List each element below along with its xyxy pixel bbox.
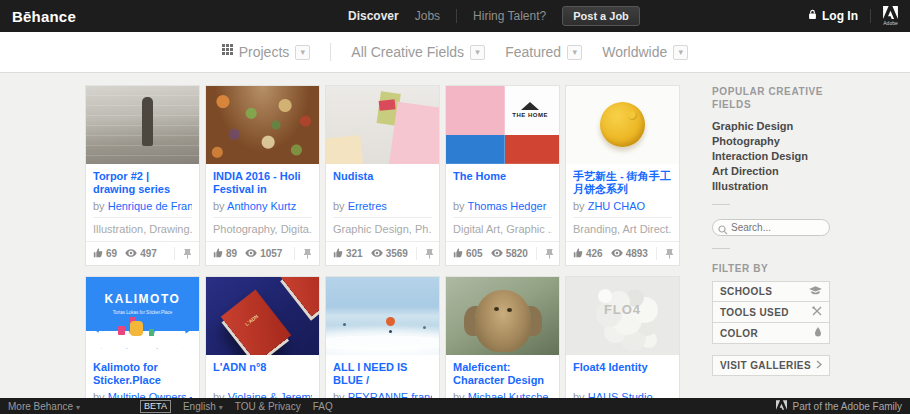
project-title-link[interactable]: Kalimoto for Sticker.Place <box>93 361 192 388</box>
project-info: Nudista by Erretres Graphic Design, Ph..… <box>326 164 439 265</box>
hiring-talent-link[interactable]: Hiring Talent? <box>473 9 546 23</box>
project-fields-link[interactable]: Photography, Digita... <box>213 218 312 241</box>
views-count: 5820 <box>506 248 528 259</box>
project-info: The Home by Thomas Hedger Digital Art, G… <box>446 164 559 265</box>
creative-fields-dropdown[interactable]: All Creative Fields <box>351 44 485 60</box>
project-cover[interactable]: FLO4 <box>566 277 679 355</box>
popular-field-link[interactable]: Art Direction <box>712 165 830 177</box>
author-link[interactable]: Erretres <box>348 200 387 212</box>
save-pin-icon[interactable] <box>536 247 554 260</box>
author-link[interactable]: Thomas Hedger <box>467 200 546 212</box>
appreciations-count: 89 <box>226 248 237 259</box>
cover-subtext: Tortas Lokas for Sticker.Place <box>86 310 199 315</box>
author-link[interactable]: ZHU CHAO <box>588 200 645 212</box>
project-cover[interactable]: L'ADN <box>206 277 319 355</box>
project-author-row: by Anthony Kurtz <box>213 197 312 218</box>
project-cover[interactable] <box>326 277 439 355</box>
views-icon <box>491 248 503 259</box>
save-pin-icon[interactable] <box>174 247 192 260</box>
filter-by-title: FILTER BY <box>712 263 830 274</box>
project-cover[interactable] <box>206 86 319 164</box>
project-fields-link[interactable]: Digital Art, Graphic ... <box>453 218 552 241</box>
popular-field-link[interactable]: Photography <box>712 135 830 147</box>
sidebar-search <box>712 217 830 236</box>
nav-divider <box>330 43 331 61</box>
sidebar-divider <box>712 248 730 249</box>
visit-galleries-button[interactable]: VISIT GALLERIES <box>712 355 830 376</box>
save-pin-icon[interactable] <box>656 247 674 260</box>
adobe-family: Part of the Adobe Family <box>776 400 902 412</box>
post-a-job-button[interactable]: Post a Job <box>562 6 640 26</box>
project-card: 手艺新生 - 街角手工月饼念系列 by ZHU CHAO Branding, A… <box>565 85 680 266</box>
filter-tools-button[interactable]: TOOLS USED <box>712 301 830 323</box>
filter-color-button[interactable]: COLOR <box>712 322 830 344</box>
project-title-link[interactable]: INDIA 2016 - Holi Festival in <box>213 170 312 197</box>
tools-label: TOOLS USED <box>720 307 789 318</box>
chevron-down-icon[interactable] <box>673 45 688 60</box>
project-title-link[interactable]: 手艺新生 - 街角手工月饼念系列 <box>573 170 672 197</box>
views-count: 497 <box>140 248 157 259</box>
jobs-link[interactable]: Jobs <box>415 9 440 23</box>
more-behance-dropdown[interactable]: More Behance <box>8 401 80 412</box>
project-author-row: by ZHU CHAO <box>573 197 672 218</box>
filter-schools-button[interactable]: SCHOOLS <box>712 281 830 302</box>
search-icon <box>718 221 728 239</box>
project-cover[interactable] <box>566 86 679 164</box>
project-title-link[interactable]: Maleficent: Character Design <box>453 361 552 388</box>
appreciations-icon <box>453 248 463 260</box>
popular-field-link[interactable]: Graphic Design <box>712 120 830 132</box>
cover-text: THE HOME <box>505 102 555 118</box>
worldwide-dropdown[interactable]: Worldwide <box>602 44 688 60</box>
project-title-link[interactable]: Torpor #2 | drawing series <box>93 170 192 197</box>
cover-text: KALIMOTO <box>86 292 199 306</box>
author-link[interactable]: Henrique de França <box>108 200 192 212</box>
project-fields-link[interactable]: Graphic Design, Ph... <box>333 218 432 241</box>
grid-icon <box>222 44 225 47</box>
adobe-logo[interactable]: Adobe <box>883 6 898 26</box>
project-title-link[interactable]: L'ADN n°8 <box>213 361 312 388</box>
project-title-link[interactable]: ALL I NEED IS BLUE / PHOTOGRAPHIE <box>333 361 432 388</box>
project-stats: 605 5820 <box>446 241 559 265</box>
project-fields-link[interactable]: Illustration, Drawing... <box>93 218 192 241</box>
log-in-button[interactable]: Log In <box>808 9 858 23</box>
header-nav: Discover Jobs Hiring Talent? Post a Job <box>348 0 640 32</box>
project-cover[interactable] <box>86 86 199 164</box>
tou-privacy-link[interactable]: TOU & Privacy <box>235 401 301 412</box>
featured-dropdown[interactable]: Featured <box>505 44 582 60</box>
right-sidebar: POPULAR CREATIVE FIELDS Graphic DesignPh… <box>712 85 830 376</box>
author-link[interactable]: Anthony Kurtz <box>227 200 296 212</box>
chevron-down-icon[interactable] <box>470 45 485 60</box>
by-label: by <box>573 200 585 212</box>
popular-field-link[interactable]: Illustration <box>712 180 830 192</box>
discover-link[interactable]: Discover <box>348 9 399 23</box>
save-pin-icon[interactable] <box>294 247 312 260</box>
chevron-down-icon[interactable] <box>295 45 310 60</box>
behance-logo[interactable]: Bēhance <box>12 8 76 25</box>
views-count: 4893 <box>626 248 648 259</box>
appreciations-icon <box>213 248 223 260</box>
language-dropdown[interactable]: English <box>183 401 223 412</box>
by-label: by <box>93 200 105 212</box>
project-title-link[interactable]: Nudista <box>333 170 432 197</box>
project-author-row: by Erretres <box>333 197 432 218</box>
project-cover[interactable]: THE HOME <box>446 86 559 164</box>
project-title-link[interactable]: Float4 Identity <box>573 361 672 388</box>
project-title-link[interactable]: The Home <box>453 170 552 197</box>
faq-link[interactable]: FAQ <box>313 401 333 412</box>
popular-field-link[interactable]: Interaction Design <box>712 150 830 162</box>
projects-dropdown[interactable]: Projects <box>222 44 311 60</box>
save-pin-icon[interactable] <box>416 247 434 260</box>
search-input[interactable] <box>712 219 830 236</box>
beta-badge: BETA <box>140 400 171 413</box>
header-divider <box>456 9 457 23</box>
project-cover[interactable] <box>326 86 439 164</box>
project-card: Torpor #2 | drawing series by Henrique d… <box>85 85 200 266</box>
chevron-down-icon[interactable] <box>567 45 582 60</box>
views-icon <box>611 248 623 259</box>
log-in-label: Log In <box>822 9 858 23</box>
project-fields-link[interactable]: Branding, Art Direct... <box>573 218 672 241</box>
project-cover[interactable] <box>446 277 559 355</box>
appreciations-icon <box>573 248 583 260</box>
project-stats: 89 1057 <box>206 241 319 265</box>
project-cover[interactable]: KALIMOTO Tortas Lokas for Sticker.Place <box>86 277 199 355</box>
